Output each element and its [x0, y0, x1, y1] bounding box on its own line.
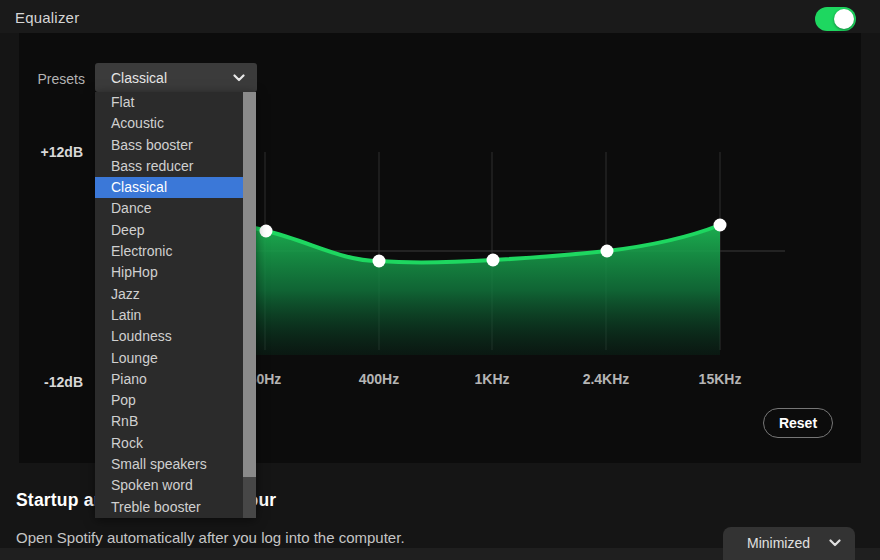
preset-option-jazz[interactable]: Jazz [95, 284, 243, 305]
preset-option-spoken-word[interactable]: Spoken word [95, 475, 243, 496]
preset-option-electronic[interactable]: Electronic [95, 241, 243, 262]
preset-option-piano[interactable]: Piano [95, 369, 243, 390]
presets-dropdown-list: Flat Acoustic Bass booster Bass reducer … [95, 92, 256, 518]
eq-handle-60hz[interactable] [260, 225, 273, 238]
window-mode-selected-value: Minimized [747, 535, 810, 551]
preset-option-flat[interactable]: Flat [95, 92, 243, 113]
gain-label-plus12db: +12dB [19, 144, 83, 160]
chevron-down-icon [829, 539, 841, 547]
preset-option-classical[interactable]: Classical [95, 177, 243, 198]
eq-handle-15khz[interactable] [714, 219, 727, 232]
preset-option-hiphop[interactable]: HipHop [95, 262, 243, 283]
preset-option-rnb[interactable]: RnB [95, 411, 243, 432]
reset-button[interactable]: Reset [763, 408, 833, 438]
eq-handle-2.4khz[interactable] [601, 245, 614, 258]
dropdown-scrollbar-thumb[interactable] [243, 92, 256, 477]
equalizer-header-row: Equalizer [0, 0, 880, 33]
equalizer-toggle[interactable] [815, 7, 856, 31]
preset-option-lounge[interactable]: Lounge [95, 348, 243, 369]
freq-label-2.4khz: 2.4KHz [583, 371, 630, 387]
preset-option-acoustic[interactable]: Acoustic [95, 113, 243, 134]
preset-option-bass-reducer[interactable]: Bass reducer [95, 156, 243, 177]
eq-handle-1khz[interactable] [487, 254, 500, 267]
preset-option-bass-booster[interactable]: Bass booster [95, 135, 243, 156]
freq-label-1khz: 1KHz [474, 371, 509, 387]
preset-options: Flat Acoustic Bass booster Bass reducer … [95, 92, 243, 518]
chevron-down-icon [233, 74, 245, 82]
preset-option-loudness[interactable]: Loudness [95, 326, 243, 347]
freq-label-15khz: 15KHz [699, 371, 742, 387]
preset-option-latin[interactable]: Latin [95, 305, 243, 326]
window-mode-select[interactable]: Minimized [723, 527, 855, 560]
eq-handle-400hz[interactable] [373, 255, 386, 268]
gain-label-minus12db: -12dB [19, 374, 83, 390]
freq-label-400hz: 400Hz [359, 371, 399, 387]
dropdown-scrollbar[interactable] [243, 92, 256, 518]
preset-option-deep[interactable]: Deep [95, 220, 243, 241]
presets-label: Presets [19, 71, 85, 87]
presets-selected-value: Classical [111, 70, 167, 86]
preset-option-pop[interactable]: Pop [95, 390, 243, 411]
equalizer-section-title: Equalizer [15, 9, 79, 26]
preset-option-rock[interactable]: Rock [95, 433, 243, 454]
preset-option-dance[interactable]: Dance [95, 198, 243, 219]
settings-page: Equalizer [0, 0, 880, 560]
presets-select[interactable]: Classical [95, 63, 257, 92]
preset-option-small-speakers[interactable]: Small speakers [95, 454, 243, 475]
preset-option-treble-booster[interactable]: Treble booster [95, 497, 243, 518]
toggle-knob [834, 9, 854, 29]
startup-description: Open Spotify automatically after you log… [16, 529, 405, 546]
